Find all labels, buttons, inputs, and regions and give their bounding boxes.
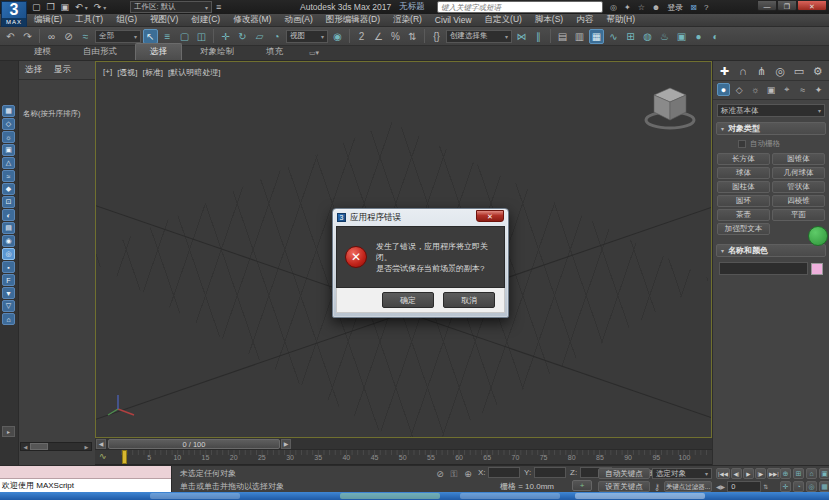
next-frame-button[interactable]: |▶ (755, 468, 766, 479)
menu-创建[interactable]: 创建(C) (191, 14, 220, 26)
ribbon-tab-2[interactable]: 选择 (135, 43, 182, 60)
save-file-icon[interactable]: ▣ (61, 1, 70, 13)
mirror-button[interactable]: ⋈ (514, 29, 529, 44)
time-slider-handle[interactable]: 0 / 100 (108, 439, 280, 449)
x-coordinate-field[interactable] (488, 467, 520, 478)
search-submit-icon[interactable]: ◎ (610, 3, 617, 12)
snap-toggle-button[interactable]: 2 (354, 29, 369, 44)
select-scale-button[interactable]: ▱ (252, 29, 267, 44)
geometry-category[interactable]: ● (717, 83, 730, 96)
pin-explorer-icon[interactable]: ▪ (2, 261, 15, 273)
primitive-button-9[interactable]: 平面 (772, 209, 825, 221)
menu-内容[interactable]: 内容 (576, 14, 593, 26)
menu-工具[interactable]: 工具(T) (75, 14, 103, 26)
explorer-display-menu[interactable]: 显示 (54, 64, 71, 76)
signin-user-icon[interactable]: ☻ (652, 3, 660, 12)
scene-explorer-toggle-button[interactable]: ▥ (572, 29, 587, 44)
align-button[interactable]: ∥ (531, 29, 546, 44)
restore-button[interactable]: ❐ (777, 0, 797, 11)
explorer-popout-button[interactable]: ▸ (2, 426, 15, 437)
listener-line[interactable]: 欢迎使用 MAXScript (0, 479, 171, 493)
name-color-rollout[interactable]: ▾ 名称和颜色 (716, 244, 826, 257)
taskbar-app-button[interactable] (150, 493, 240, 499)
key-filters-button[interactable]: 关键点过滤器... (664, 481, 712, 492)
named-sets-dropdown[interactable]: 创建选择集▾ (446, 30, 512, 43)
zoom-region-icon[interactable]: ▣ (819, 468, 829, 479)
minimize-button[interactable]: — (757, 0, 777, 11)
menu-视图[interactable]: 视图(V) (150, 14, 178, 26)
named-selection-sets-button[interactable]: {} (429, 29, 444, 44)
frame-spinner-icon[interactable]: ◀▶ (716, 483, 725, 490)
set-key-mode-button[interactable]: 设置关键点 (598, 481, 650, 492)
object-name-input[interactable] (719, 262, 808, 275)
reference-coordinate-dropdown[interactable]: 视图▾ (286, 30, 328, 43)
curve-editor-button[interactable]: ∿ (606, 29, 621, 44)
auto-key-button[interactable]: 自动关键点 (598, 468, 650, 479)
render-setup-button[interactable]: ♨ (657, 29, 672, 44)
go-end-button[interactable]: ▶▶| (767, 468, 781, 479)
favorites-icon[interactable]: ☆ (638, 3, 645, 12)
angle-snap-button[interactable]: ∠ (371, 29, 386, 44)
selection-filter-dropdown[interactable]: 全部▾ (95, 30, 141, 43)
spacewarps-category[interactable]: ≈ (796, 83, 809, 96)
display-cameras-icon[interactable]: ▣ (2, 144, 15, 156)
primitive-button-10[interactable]: 加强型文本 (717, 223, 770, 235)
menu-图形编辑器[interactable]: 图形编辑器(D) (326, 14, 380, 26)
ribbon-tab-1[interactable]: 自由形式 (69, 44, 131, 60)
redo-icon[interactable]: ↷ (94, 1, 102, 13)
new-file-icon[interactable]: ▢ (32, 1, 41, 13)
search-input[interactable] (438, 2, 602, 12)
display-bones-icon[interactable]: ◐ (2, 209, 15, 221)
select-move-button[interactable]: ✛ (218, 29, 233, 44)
display-shapes-icon[interactable]: ◇ (2, 118, 15, 130)
create-tab[interactable]: ✚ (717, 64, 732, 78)
bind-spacewarp-button[interactable]: ≈ (78, 29, 93, 44)
3dsmax-logo[interactable]: 3 MAX (1, 1, 27, 27)
primitive-button-8[interactable]: 茶壶 (717, 209, 770, 221)
menu-ivil iew[interactable]: Civil View (435, 15, 472, 25)
display-materials-icon[interactable]: ◉ (2, 235, 15, 247)
screen-overlay-badge[interactable] (808, 226, 828, 246)
orbit-icon[interactable]: ◔ (793, 481, 804, 492)
communication-center-icon[interactable]: ✦ (624, 3, 631, 12)
layer-manager-button[interactable]: ▤ (555, 29, 570, 44)
ribbon-toggle-button[interactable]: ▦ (589, 29, 604, 44)
undo-button[interactable]: ↶ (3, 29, 18, 44)
dialog-title-bar[interactable]: 3 应用程序错误 ✕ (336, 209, 505, 226)
go-start-button[interactable]: |◀◀ (716, 468, 730, 479)
a360-icon[interactable]: ⊠ (690, 3, 697, 12)
spinner-up-down-icon[interactable]: ⇅ (763, 483, 768, 490)
display-groups-icon[interactable]: ◆ (2, 183, 15, 195)
taskbar-app-button[interactable] (460, 493, 560, 499)
primitive-button-7[interactable]: 四棱锥 (772, 195, 825, 207)
chevron-down-icon[interactable]: ▾ (85, 4, 88, 11)
ribbon-minimize-icon[interactable]: ▭▾ (309, 49, 319, 60)
display-xrefs-icon[interactable]: ⊡ (2, 196, 15, 208)
material-editor-button[interactable]: ◍ (640, 29, 655, 44)
workspace-dropdown[interactable]: 工作区: 默认 ▾ (130, 1, 212, 13)
primitive-category-dropdown[interactable]: 标准基本体 ▾ (717, 104, 825, 117)
percent-snap-button[interactable]: % (388, 29, 403, 44)
track-bar[interactable]: ∿ 51015202530354045505560657075808590951… (95, 450, 712, 465)
menu-自定义[interactable]: 自定义(U) (485, 14, 522, 26)
set-keys-button[interactable]: + (572, 480, 592, 491)
explorer-name-column-header[interactable]: 名称(按升序排序) (19, 106, 95, 122)
prev-frame-button[interactable]: ◀| (731, 468, 742, 479)
rendered-frame-button[interactable]: ▣ (674, 29, 689, 44)
render-production-button[interactable]: ● (691, 29, 706, 44)
chevron-down-icon[interactable]: ▾ (103, 4, 106, 11)
selection-lock-icon[interactable]: ⚿ (448, 468, 460, 480)
absolute-offset-toggle-icon[interactable]: ⊕ (462, 468, 474, 480)
primitive-button-1[interactable]: 圆锥体 (772, 153, 825, 165)
explorer-select-menu[interactable]: 选择 (25, 64, 42, 76)
display-helpers-icon[interactable]: △ (2, 157, 15, 169)
y-coordinate-field[interactable] (534, 467, 566, 478)
play-button[interactable]: ▶ (743, 468, 754, 479)
ribbon-tab-3[interactable]: 对象绘制 (186, 44, 248, 60)
unlink-button[interactable]: ⊘ (61, 29, 76, 44)
explorer-horizontal-scrollbar[interactable]: ◀ ▶ (20, 442, 92, 451)
display-geometry-icon[interactable]: ▦ (2, 105, 15, 117)
open-file-icon[interactable]: ❒ (47, 1, 55, 13)
prev-frame-arrow-icon[interactable]: ◀ (96, 439, 106, 449)
viewport-menu-standard[interactable]: [标准] (143, 67, 163, 78)
